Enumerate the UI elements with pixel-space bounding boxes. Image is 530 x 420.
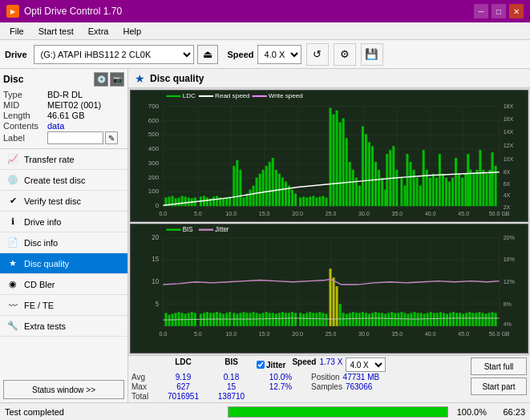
- sidebar: Disc 💿 📷 Type BD-R DL MID MEIT02 (001) L…: [0, 69, 128, 402]
- nav-transfer-rate-label: Transfer rate: [24, 155, 75, 164]
- svg-text:20.0: 20.0: [292, 330, 303, 337]
- start-full-button[interactable]: Start full: [471, 357, 527, 375]
- svg-text:18X: 18X: [504, 103, 514, 109]
- progress-percent: 100.0%: [455, 407, 487, 417]
- close-button[interactable]: ✕: [509, 4, 524, 18]
- svg-rect-63: [216, 196, 218, 206]
- svg-rect-128: [410, 162, 412, 206]
- nav-verify-test-disc-label: Verify test disc: [24, 196, 81, 206]
- title-bar-text: Opti Drive Control 1.70: [24, 6, 122, 17]
- minimize-button[interactable]: ─: [474, 4, 488, 18]
- svg-text:10: 10: [152, 277, 159, 285]
- nav-fe-te[interactable]: 〰 FE / TE: [0, 295, 127, 316]
- menu-extra[interactable]: Extra: [82, 25, 115, 38]
- menu-start-test[interactable]: Start test: [32, 25, 80, 38]
- svg-text:15.0: 15.0: [259, 330, 270, 337]
- svg-rect-84: [285, 182, 287, 207]
- svg-rect-206: [209, 313, 212, 326]
- svg-rect-253: [365, 313, 367, 326]
- svg-rect-224: [259, 313, 261, 325]
- menu-file[interactable]: File: [3, 25, 30, 38]
- disc-icon-2[interactable]: 📷: [110, 72, 124, 87]
- status-window-button[interactable]: Status window >>: [3, 380, 124, 399]
- svg-rect-255: [371, 313, 374, 326]
- speed-sel[interactable]: 4.0 X: [346, 357, 386, 372]
- nav-create-test-disc[interactable]: 💿 Create test disc: [0, 170, 127, 191]
- svg-text:30.0: 30.0: [358, 330, 370, 337]
- svg-text:700: 700: [148, 103, 160, 110]
- position-label: Position: [311, 373, 340, 382]
- svg-rect-91: [333, 115, 335, 207]
- toolbar: Drive (G:) ATAPI iHBS112 2 CL0K ⏏ Speed …: [0, 40, 530, 69]
- progress-bar: [228, 406, 449, 418]
- svg-rect-71: [242, 197, 245, 206]
- jitter-checkbox[interactable]: [257, 361, 265, 369]
- chart-title: Disc quality: [150, 73, 204, 84]
- nav-extra-tests[interactable]: 🔧 Extra tests: [0, 316, 127, 337]
- svg-rect-68: [233, 166, 235, 206]
- svg-rect-210: [222, 313, 225, 325]
- svg-rect-104: [423, 150, 425, 206]
- svg-rect-80: [272, 158, 274, 206]
- svg-rect-120: [358, 186, 361, 207]
- svg-rect-267: [411, 313, 413, 326]
- nav-drive-info[interactable]: ℹ Drive info: [0, 212, 127, 232]
- svg-text:LDC: LDC: [183, 92, 196, 99]
- svg-text:45.0: 45.0: [458, 330, 469, 337]
- svg-rect-207: [212, 313, 215, 326]
- refresh-button[interactable]: ↺: [306, 43, 329, 66]
- nav-disc-info[interactable]: 📄 Disc info: [0, 232, 127, 253]
- svg-rect-75: [256, 178, 258, 207]
- nav-transfer-rate[interactable]: 📈 Transfer rate: [0, 149, 127, 170]
- svg-rect-129: [413, 170, 415, 206]
- svg-rect-258: [381, 313, 383, 326]
- menu-help[interactable]: Help: [116, 25, 148, 38]
- svg-rect-282: [459, 313, 461, 326]
- svg-rect-263: [397, 313, 399, 326]
- label-input[interactable]: [47, 131, 103, 144]
- svg-text:15: 15: [152, 255, 159, 263]
- extra-tests-icon: 🔧: [6, 320, 19, 333]
- svg-rect-290: [484, 313, 487, 325]
- nav-verify-test-disc[interactable]: ✔ Verify test disc: [0, 191, 127, 212]
- svg-text:40.0: 40.0: [425, 211, 436, 216]
- svg-rect-148: [489, 170, 492, 206]
- drive-select[interactable]: (G:) ATAPI iHBS112 2 CL0K: [34, 45, 194, 64]
- charts-area: 700 600 500 400 300 200 100 0 18X 16X 14…: [128, 88, 530, 355]
- stats-area: LDC BIS Jitter Speed 1.73 X 4.0 X: [128, 355, 530, 402]
- maximize-button[interactable]: □: [492, 4, 506, 18]
- verify-test-disc-icon: ✔: [6, 195, 19, 208]
- svg-rect-142: [464, 174, 467, 207]
- menu-bar: File Start test Extra Help: [0, 22, 530, 40]
- eject-button[interactable]: ⏏: [197, 45, 218, 64]
- samples-label: Samples: [311, 382, 342, 391]
- nav-disc-quality[interactable]: ★ Disc quality: [0, 253, 127, 274]
- svg-rect-238: [305, 313, 308, 326]
- svg-rect-278: [446, 313, 448, 325]
- settings-button[interactable]: ⚙: [334, 43, 356, 66]
- bottom-bar: Test completed 100.0% 66:23: [0, 402, 530, 420]
- svg-rect-87: [294, 193, 297, 206]
- total-bis: 138710: [209, 392, 253, 401]
- svg-rect-143: [469, 170, 471, 206]
- svg-rect-254: [368, 313, 370, 325]
- svg-rect-269: [417, 313, 419, 326]
- start-part-button[interactable]: Start part: [471, 378, 527, 395]
- nav-cd-bler[interactable]: ◉ CD Bler: [0, 274, 127, 295]
- svg-rect-51: [175, 198, 177, 206]
- svg-rect-66: [225, 197, 228, 206]
- save-button[interactable]: 💾: [361, 43, 383, 66]
- svg-rect-108: [479, 150, 481, 206]
- nav-cd-bler-label: CD Bler: [24, 280, 55, 289]
- svg-text:12%: 12%: [504, 278, 516, 285]
- svg-rect-92: [336, 111, 338, 207]
- disc-icon-1[interactable]: 💿: [94, 72, 108, 87]
- label-edit-button[interactable]: ✎: [105, 131, 118, 144]
- progress-bar-fill: [229, 407, 448, 417]
- svg-rect-294: [166, 229, 180, 231]
- svg-rect-95: [346, 138, 348, 206]
- svg-rect-237: [302, 313, 305, 325]
- svg-rect-113: [315, 197, 318, 206]
- speed-select[interactable]: 4.0 X: [257, 45, 301, 64]
- svg-rect-118: [352, 170, 354, 206]
